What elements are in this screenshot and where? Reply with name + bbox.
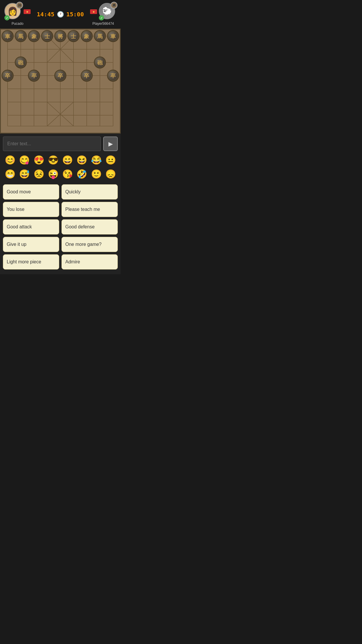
emoji-row1-4[interactable]: 😄 xyxy=(61,155,74,166)
emoji-row-2: 😁😅😣😜😘🤣🙂😞 xyxy=(3,169,118,180)
player1-flag: ★ xyxy=(24,9,31,14)
player2-info: ★ 🐑 ✓ 將 Player566474 xyxy=(90,3,116,26)
piece-zu5[interactable]: 卒 xyxy=(107,70,119,81)
player1-name: Pucado xyxy=(12,22,24,26)
emoji-row1-7[interactable]: 😐 xyxy=(104,155,117,166)
piece-ma2[interactable]: 馬 xyxy=(94,30,106,42)
player2-piece-badge: 將 xyxy=(110,2,117,9)
piece-zu2[interactable]: 卒 xyxy=(28,70,40,81)
timer-display: 14:45 🕐 15:00 xyxy=(37,11,84,18)
emoji-row2-3[interactable]: 😜 xyxy=(47,169,60,180)
svg-text:卒: 卒 xyxy=(58,73,63,79)
input-row: ▶ xyxy=(3,136,118,151)
player2-flag: ★ xyxy=(90,9,97,14)
piece-shi2[interactable]: 士 xyxy=(68,30,79,42)
phrase-right-2[interactable]: Good defense xyxy=(61,219,118,235)
emoji-row1-5[interactable]: 😆 xyxy=(75,155,88,166)
piece-zu4[interactable]: 卒 xyxy=(81,70,92,81)
svg-text:象: 象 xyxy=(84,34,89,39)
svg-text:象: 象 xyxy=(31,34,37,39)
player1-check-badge: ✓ xyxy=(4,15,10,20)
emoji-row2-2[interactable]: 😣 xyxy=(32,169,45,180)
send-icon: ▶ xyxy=(108,140,113,147)
svg-text:士: 士 xyxy=(45,34,50,39)
phrase-right-1[interactable]: Please teach me xyxy=(61,202,118,217)
game-header: 👩 ✓ 帥 ★ Pucado 14:45 🕐 15:00 ★ 🐑 ✓ 將 xyxy=(0,0,121,29)
emoji-row1-3[interactable]: 😎 xyxy=(47,155,60,166)
chat-area: ▶ 😊😋😍😎😄😆😂😐 😁😅😣😜😘🤣🙂😞 Good moveQuicklyYou … xyxy=(0,134,121,274)
piece-zu3[interactable]: 卒 xyxy=(55,70,66,81)
emoji-row2-5[interactable]: 🤣 xyxy=(75,169,88,180)
player2-timer: 15:00 xyxy=(66,11,84,18)
svg-text:將: 將 xyxy=(58,34,63,39)
emoji-row2-1[interactable]: 😅 xyxy=(18,169,31,180)
svg-text:馬: 馬 xyxy=(18,34,23,39)
phrase-left-0[interactable]: Good move xyxy=(3,184,59,200)
svg-text:士: 士 xyxy=(71,34,76,39)
emoji-row2-6[interactable]: 🙂 xyxy=(90,169,103,180)
piece-che1[interactable]: 車 xyxy=(2,30,13,42)
phrase-left-1[interactable]: You lose xyxy=(3,202,59,217)
emoji-row1-2[interactable]: 😍 xyxy=(32,155,45,166)
player2-avatar-wrapper: 🐑 ✓ 將 xyxy=(99,3,116,20)
player1-row: 👩 ✓ 帥 ★ xyxy=(4,3,31,20)
svg-text:車: 車 xyxy=(5,34,10,39)
svg-text:卒: 卒 xyxy=(5,73,10,79)
piece-ma1[interactable]: 馬 xyxy=(15,30,27,42)
emoji-row1-1[interactable]: 😋 xyxy=(18,155,31,166)
timer-section: 14:45 🕐 15:00 xyxy=(37,11,84,18)
emoji-row2-7[interactable]: 😞 xyxy=(104,169,117,180)
piece-xiang2[interactable]: 象 xyxy=(81,30,92,42)
phrases-grid: Good moveQuicklyYou losePlease teach meG… xyxy=(3,183,118,271)
svg-text:卒: 卒 xyxy=(84,73,89,79)
emoji-row1-6[interactable]: 😂 xyxy=(90,155,103,166)
emoji-row-1: 😊😋😍😎😄😆😂😐 xyxy=(3,155,118,166)
emoji-row2-4[interactable]: 😘 xyxy=(61,169,74,180)
player1-piece-badge: 帥 xyxy=(16,2,23,9)
phrase-right-3[interactable]: One more game? xyxy=(61,237,118,252)
chess-board: 車 馬 象 士 將 士 象 xyxy=(0,29,121,134)
svg-text:馬: 馬 xyxy=(97,34,103,39)
send-button[interactable]: ▶ xyxy=(103,136,118,151)
svg-text:車: 車 xyxy=(110,34,116,39)
player2-row: ★ 🐑 ✓ 將 xyxy=(90,3,116,20)
player1-info: 👩 ✓ 帥 ★ Pucado xyxy=(4,3,31,26)
player2-check-badge: ✓ xyxy=(99,15,104,20)
phrase-left-3[interactable]: Give it up xyxy=(3,237,59,252)
player2-name: Player566474 xyxy=(92,22,114,26)
player1-avatar-wrapper: 👩 ✓ 帥 xyxy=(4,3,22,20)
phrase-right-4[interactable]: Admire xyxy=(61,254,118,270)
svg-text:卒: 卒 xyxy=(110,73,116,79)
piece-zu1[interactable]: 卒 xyxy=(2,70,13,81)
phrase-left-4[interactable]: Light more piece xyxy=(3,254,59,270)
emoji-row1-0[interactable]: 😊 xyxy=(3,155,17,166)
phrase-left-2[interactable]: Good attack xyxy=(3,219,59,235)
clock-icon: 🕐 xyxy=(57,11,64,18)
chat-input[interactable] xyxy=(3,136,101,151)
phrase-right-0[interactable]: Quickly xyxy=(61,184,118,200)
player1-timer: 14:45 xyxy=(37,11,54,18)
piece-pao1[interactable]: 砲 xyxy=(15,57,27,68)
piece-shi1[interactable]: 士 xyxy=(41,30,53,42)
piece-che2[interactable]: 車 xyxy=(107,30,119,42)
emoji-row2-0[interactable]: 😁 xyxy=(3,169,17,180)
svg-text:卒: 卒 xyxy=(31,73,37,79)
svg-text:砲: 砲 xyxy=(18,60,24,66)
piece-jiang[interactable]: 將 xyxy=(55,30,66,42)
piece-xiang1[interactable]: 象 xyxy=(28,30,40,42)
svg-text:砲: 砲 xyxy=(97,60,103,66)
piece-pao2[interactable]: 砲 xyxy=(94,57,106,68)
